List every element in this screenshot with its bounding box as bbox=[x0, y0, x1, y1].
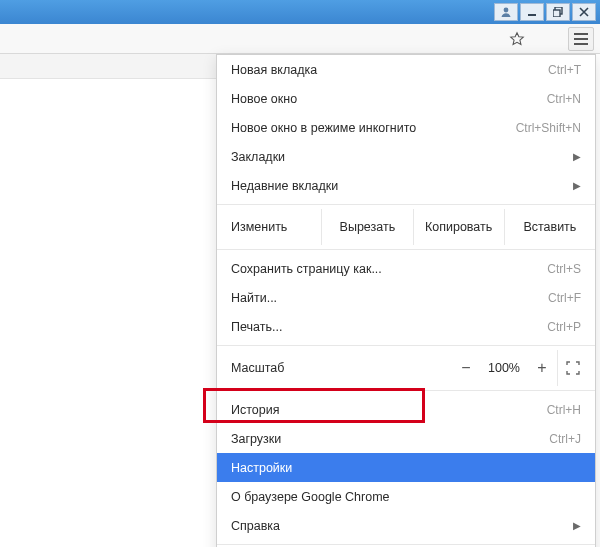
submenu-arrow-icon: ▶ bbox=[573, 520, 581, 531]
svg-rect-6 bbox=[574, 43, 588, 45]
menu-downloads[interactable]: Загрузки Ctrl+J bbox=[217, 424, 595, 453]
edit-paste-button[interactable]: Вставить bbox=[504, 209, 595, 245]
menu-separator bbox=[217, 345, 595, 346]
menu-shortcut: Ctrl+Shift+N bbox=[516, 121, 581, 135]
window-titlebar bbox=[0, 0, 600, 24]
menu-label: История bbox=[231, 403, 547, 417]
edit-cut-button[interactable]: Вырезать bbox=[321, 209, 412, 245]
minimize-button[interactable] bbox=[520, 3, 544, 21]
menu-shortcut: Ctrl+P bbox=[547, 320, 581, 334]
menu-label: Недавние вкладки bbox=[231, 179, 573, 193]
menu-separator bbox=[217, 204, 595, 205]
menu-new-tab[interactable]: Новая вкладка Ctrl+T bbox=[217, 55, 595, 84]
svg-rect-1 bbox=[528, 14, 536, 16]
menu-label: Закладки bbox=[231, 150, 573, 164]
menu-bookmarks[interactable]: Закладки ▶ bbox=[217, 142, 595, 171]
menu-label: Новое окно bbox=[231, 92, 547, 106]
menu-shortcut: Ctrl+S bbox=[547, 262, 581, 276]
menu-edit-row: Изменить Вырезать Копировать Вставить bbox=[217, 209, 595, 245]
menu-print[interactable]: Печать... Ctrl+P bbox=[217, 312, 595, 341]
menu-about[interactable]: О браузере Google Chrome bbox=[217, 482, 595, 511]
menu-history[interactable]: История Ctrl+H bbox=[217, 395, 595, 424]
submenu-arrow-icon: ▶ bbox=[573, 180, 581, 191]
menu-shortcut: Ctrl+H bbox=[547, 403, 581, 417]
menu-shortcut: Ctrl+T bbox=[548, 63, 581, 77]
menu-recent-tabs[interactable]: Недавние вкладки ▶ bbox=[217, 171, 595, 200]
menu-label: Справка bbox=[231, 519, 573, 533]
zoom-label: Масштаб bbox=[231, 361, 451, 375]
menu-zoom-row: Масштаб − 100% + bbox=[217, 350, 595, 386]
menu-shortcut: Ctrl+J bbox=[549, 432, 581, 446]
svg-rect-5 bbox=[574, 38, 588, 40]
zoom-in-button[interactable]: + bbox=[527, 359, 557, 377]
fullscreen-button[interactable] bbox=[557, 350, 587, 386]
menu-separator bbox=[217, 249, 595, 250]
menu-help[interactable]: Справка ▶ bbox=[217, 511, 595, 540]
menu-shortcut: Ctrl+F bbox=[548, 291, 581, 305]
menu-label: Сохранить страницу как... bbox=[231, 262, 547, 276]
edit-label: Изменить bbox=[217, 209, 321, 245]
menu-new-incognito[interactable]: Новое окно в режиме инкогнито Ctrl+Shift… bbox=[217, 113, 595, 142]
menu-label: Новая вкладка bbox=[231, 63, 548, 77]
menu-label: Новое окно в режиме инкогнито bbox=[231, 121, 516, 135]
close-button[interactable] bbox=[572, 3, 596, 21]
menu-label: Найти... bbox=[231, 291, 548, 305]
menu-label: Настройки bbox=[231, 461, 581, 475]
menu-find[interactable]: Найти... Ctrl+F bbox=[217, 283, 595, 312]
chrome-main-menu: Новая вкладка Ctrl+T Новое окно Ctrl+N Н… bbox=[216, 54, 596, 547]
zoom-out-button[interactable]: − bbox=[451, 359, 481, 377]
edit-copy-button[interactable]: Копировать bbox=[413, 209, 504, 245]
menu-settings[interactable]: Настройки bbox=[217, 453, 595, 482]
submenu-arrow-icon: ▶ bbox=[573, 151, 581, 162]
menu-new-window[interactable]: Новое окно Ctrl+N bbox=[217, 84, 595, 113]
menu-separator bbox=[217, 544, 595, 545]
user-icon[interactable] bbox=[494, 3, 518, 21]
tab-content-stub bbox=[0, 54, 220, 79]
browser-toolbar bbox=[0, 24, 600, 54]
zoom-percent: 100% bbox=[481, 361, 527, 375]
svg-point-0 bbox=[504, 8, 509, 13]
menu-shortcut: Ctrl+N bbox=[547, 92, 581, 106]
menu-label: Загрузки bbox=[231, 432, 549, 446]
menu-save-as[interactable]: Сохранить страницу как... Ctrl+S bbox=[217, 254, 595, 283]
menu-label: Печать... bbox=[231, 320, 547, 334]
bookmark-star-icon[interactable] bbox=[504, 27, 530, 51]
svg-rect-3 bbox=[553, 10, 560, 17]
restore-button[interactable] bbox=[546, 3, 570, 21]
menu-separator bbox=[217, 390, 595, 391]
svg-rect-4 bbox=[574, 33, 588, 35]
menu-label: О браузере Google Chrome bbox=[231, 490, 581, 504]
menu-button[interactable] bbox=[568, 27, 594, 51]
